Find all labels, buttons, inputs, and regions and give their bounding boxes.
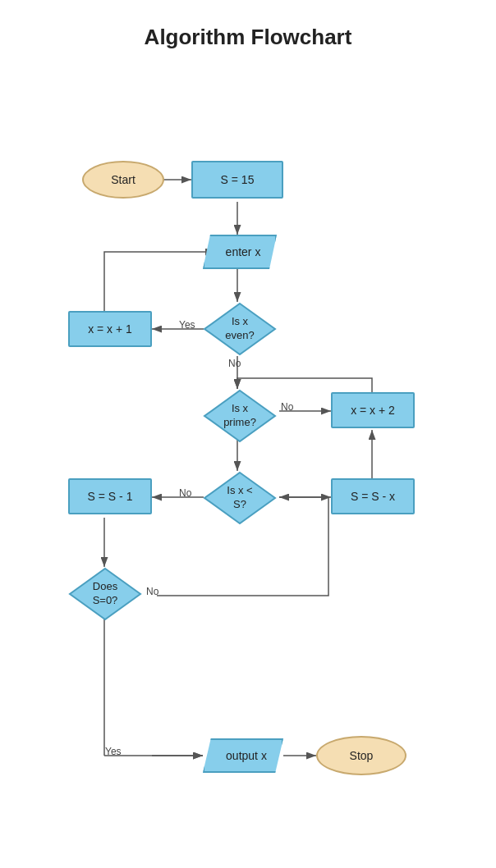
stop-label: Stop xyxy=(350,749,374,762)
sminusx-shape: S = S - x xyxy=(331,478,415,514)
label-yes-even: Yes xyxy=(179,319,195,331)
s15-label: S = 15 xyxy=(221,173,255,186)
xplus2-label: x = x + 2 xyxy=(351,404,395,417)
s15-shape: S = 15 xyxy=(191,161,283,199)
label-no-even: No xyxy=(228,358,241,369)
xplus2-shape: x = x + 2 xyxy=(331,392,415,428)
isxprime-shape: Is x prime? xyxy=(203,389,277,443)
stop-shape: Stop xyxy=(316,736,406,775)
label-no-prime: No xyxy=(281,401,293,413)
isxlts-label: Is x < S? xyxy=(227,484,252,510)
enterx-shape: enter x xyxy=(203,235,277,269)
outputx-shape: output x xyxy=(203,738,283,773)
isxeven-label: Is x even? xyxy=(225,315,254,341)
page: Algorithm Flowchart xyxy=(0,0,496,868)
outputx-label: output x xyxy=(226,749,267,762)
label-yes-s0: Yes xyxy=(105,746,122,757)
sminusx-label: S = S - x xyxy=(351,490,395,503)
enterx-label: enter x xyxy=(226,245,261,258)
doesszero-shape: Does S=0? xyxy=(68,567,142,621)
isxeven-shape: Is x even? xyxy=(203,302,277,356)
flowchart: Start S = 15 enter x Is x even? x = x + … xyxy=(0,58,496,846)
page-title: Algorithm Flowchart xyxy=(0,0,496,50)
label-no-s0: No xyxy=(146,586,158,597)
sminus1-shape: S = S - 1 xyxy=(68,478,152,514)
label-no-xlts: No xyxy=(179,487,191,499)
doesszero-label: Does S=0? xyxy=(93,580,118,606)
sminus1-label: S = S - 1 xyxy=(88,490,133,503)
start-shape: Start xyxy=(82,161,164,199)
isxprime-label: Is x prime? xyxy=(223,402,256,428)
start-label: Start xyxy=(111,173,135,186)
xplus1-label: x = x + 1 xyxy=(88,322,132,336)
isxlts-shape: Is x < S? xyxy=(203,471,277,525)
xplus1-shape: x = x + 1 xyxy=(68,311,152,347)
